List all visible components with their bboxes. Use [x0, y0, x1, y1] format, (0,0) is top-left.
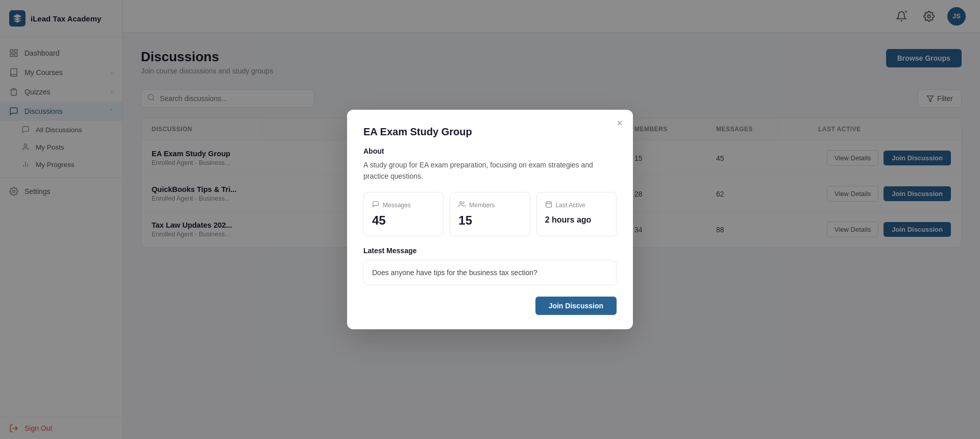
messages-stat-value: 45 [372, 213, 435, 228]
members-stat-label: Members [469, 202, 495, 209]
modal-title: EA Exam Study Group [363, 126, 617, 138]
svg-point-15 [460, 202, 462, 204]
modal-footer: Join Discussion [363, 297, 617, 315]
last-active-stat-label: Last Active [556, 202, 585, 209]
modal-overlay[interactable]: EA Exam Study Group × About A study grou… [0, 0, 980, 439]
stat-members-header: Members [458, 201, 521, 209]
stat-card-last-active: Last Active 2 hours ago [536, 192, 617, 236]
modal-stats: Messages 45 Members 15 [363, 192, 617, 236]
stat-messages-header: Messages [372, 201, 435, 209]
modal-dialog: EA Exam Study Group × About A study grou… [347, 110, 633, 330]
latest-message-label: Latest Message [363, 247, 617, 255]
members-stat-value: 15 [458, 213, 521, 228]
last-active-stat-value: 2 hours ago [545, 213, 608, 225]
stat-card-messages: Messages 45 [363, 192, 444, 236]
modal-join-button[interactable]: Join Discussion [535, 297, 617, 315]
modal-about-label: About [363, 147, 617, 155]
svg-rect-16 [546, 202, 551, 208]
messages-stat-label: Messages [383, 202, 411, 209]
messages-stat-icon [372, 201, 379, 209]
last-active-stat-icon [545, 201, 552, 209]
modal-close-button[interactable]: × [617, 118, 623, 128]
latest-message-box: Does anyone have tips for the business t… [363, 260, 617, 285]
members-stat-icon [458, 201, 465, 209]
stat-card-members: Members 15 [450, 192, 530, 236]
stat-last-active-header: Last Active [545, 201, 608, 209]
modal-description: A study group for EA exam preparation, f… [363, 159, 617, 182]
